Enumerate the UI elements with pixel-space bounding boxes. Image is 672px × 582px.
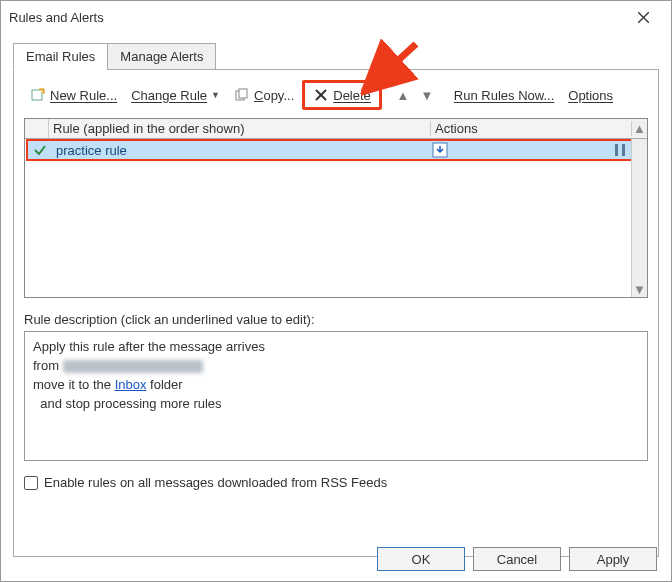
svg-rect-2 [32, 90, 42, 100]
rule-enabled-checkbox[interactable] [28, 143, 52, 157]
desc-line-3: move it to the Inbox folder [33, 376, 639, 395]
stop-processing-icon [612, 142, 628, 158]
triangle-down-icon: ▼ [420, 88, 433, 103]
copy-button[interactable]: Copy... [228, 84, 300, 106]
svg-rect-4 [239, 89, 247, 98]
svg-rect-9 [622, 144, 625, 156]
options-button[interactable]: Options [562, 85, 619, 106]
tab-panel-email-rules: New Rule... Change Rule ▼ Copy... Delete… [13, 69, 659, 557]
chevron-down-icon: ▼ [211, 90, 220, 100]
ok-button[interactable]: OK [377, 547, 465, 571]
new-rule-button[interactable]: New Rule... [24, 84, 123, 106]
desc-line-2: from [33, 357, 639, 376]
new-rule-icon [30, 87, 46, 103]
dialog-title: Rules and Alerts [9, 10, 623, 25]
desc-line-4: and stop processing more rules [33, 395, 639, 414]
dialog-footer: OK Cancel Apply [377, 547, 657, 571]
grid-scroll-up[interactable]: ▲ [631, 121, 647, 136]
desc-line-1: Apply this rule after the message arrive… [33, 338, 639, 357]
move-up-button[interactable]: ▲ [392, 85, 414, 105]
grid-scroll-down[interactable]: ▼ [632, 281, 647, 297]
rss-checkbox[interactable] [24, 476, 38, 490]
change-rule-button[interactable]: Change Rule ▼ [125, 85, 226, 106]
rules-grid: Rule (applied in the order shown) Action… [24, 118, 648, 298]
cancel-button[interactable]: Cancel [473, 547, 561, 571]
titlebar: Rules and Alerts [1, 1, 671, 33]
rule-description-label: Rule description (click an underlined va… [24, 312, 648, 327]
rss-feeds-option[interactable]: Enable rules on all messages downloaded … [24, 475, 648, 490]
rule-description-box: Apply this rule after the message arrive… [24, 331, 648, 461]
redacted-sender [63, 360, 203, 373]
close-icon [638, 12, 649, 23]
triangle-up-icon: ▲ [396, 88, 409, 103]
grid-header: Rule (applied in the order shown) Action… [25, 119, 647, 139]
tab-manage-alerts[interactable]: Manage Alerts [107, 43, 216, 70]
move-to-folder-icon [432, 142, 448, 158]
tab-email-rules[interactable]: Email Rules [13, 43, 108, 70]
delete-icon [313, 87, 329, 103]
folder-link[interactable]: Inbox [115, 377, 147, 392]
grid-header-checkbox-col [25, 119, 49, 138]
svg-rect-8 [615, 144, 618, 156]
check-icon [33, 143, 47, 157]
close-button[interactable] [623, 3, 663, 31]
grid-vertical-scrollbar[interactable]: ▼ [631, 139, 647, 297]
copy-icon [234, 87, 250, 103]
move-down-button[interactable]: ▼ [416, 85, 438, 105]
rule-actions-cell [428, 142, 628, 158]
delete-button[interactable]: Delete [302, 80, 382, 110]
grid-header-actions[interactable]: Actions [431, 121, 631, 136]
rss-label: Enable rules on all messages downloaded … [44, 475, 387, 490]
rule-name-cell: practice rule [52, 143, 428, 158]
toolbar: New Rule... Change Rule ▼ Copy... Delete… [24, 80, 648, 110]
triangle-down-icon: ▼ [633, 282, 646, 297]
apply-button[interactable]: Apply [569, 547, 657, 571]
run-rules-now-button[interactable]: Run Rules Now... [448, 85, 560, 106]
grid-header-rule[interactable]: Rule (applied in the order shown) [49, 121, 431, 136]
rules-and-alerts-dialog: Rules and Alerts Email Rules Manage Aler… [0, 0, 672, 582]
triangle-up-icon: ▲ [633, 121, 646, 136]
tabs: Email Rules Manage Alerts [13, 43, 671, 70]
table-row[interactable]: practice rule [26, 139, 646, 161]
